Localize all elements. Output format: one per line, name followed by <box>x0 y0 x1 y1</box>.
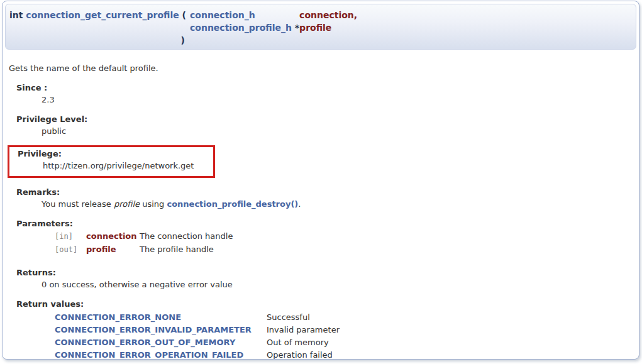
param-name: connection, <box>299 9 357 21</box>
doc-frame: int connection_get_current_profile ( con… <box>2 1 639 360</box>
signature-table: int connection_get_current_profile ( con… <box>9 9 357 47</box>
error-description: Out of memory <box>267 338 360 351</box>
return-values-table: CONNECTION_ERROR_NONE Successful CONNECT… <box>55 313 360 360</box>
table-row: CONNECTION_ERROR_INVALID_PARAMETER Inval… <box>55 326 360 338</box>
table-row: [in] connection The connection handle <box>55 232 233 245</box>
return-values-label: Return values: <box>16 299 633 309</box>
open-paren: ( <box>182 10 186 20</box>
table-row: CONNECTION_ERROR_NONE Successful <box>55 313 360 326</box>
function-name-link[interactable]: connection_get_current_profile <box>26 10 179 20</box>
privilege-label: Privilege: <box>18 149 213 159</box>
param-direction: [in] <box>55 232 86 245</box>
returns-value: 0 on success, otherwise a negative error… <box>42 280 633 290</box>
param-direction: [out] <box>55 245 86 258</box>
function-signature-box: int connection_get_current_profile ( con… <box>5 4 636 50</box>
remarks-emphasis: profile <box>114 199 140 209</box>
param-type-suffix: * <box>292 23 299 33</box>
privilege-level-value: public <box>42 126 633 136</box>
error-description: Successful <box>267 313 360 326</box>
remarks-text: You must release profile using connectio… <box>42 199 633 209</box>
error-description: Operation failed <box>267 351 360 360</box>
destroy-function-link[interactable]: connection_profile_destroy() <box>167 199 298 209</box>
section-return-values: Return values: CONNECTION_ERROR_NONE Suc… <box>16 299 633 360</box>
section-returns: Returns: 0 on success, otherwise a negat… <box>16 268 633 290</box>
param-type-link[interactable]: connection_h <box>190 10 255 20</box>
param-name: profile <box>86 245 140 258</box>
error-code-link[interactable]: CONNECTION_ERROR_OPERATION_FAILED <box>55 350 243 360</box>
param-name: profile <box>299 21 357 34</box>
close-paren: ) <box>9 34 190 47</box>
section-privilege-level: Privilege Level: public <box>16 114 633 136</box>
return-type: int <box>9 10 23 20</box>
section-since: Since : 2.3 <box>16 83 633 105</box>
param-type-link[interactable]: connection_profile_h <box>190 23 292 33</box>
privilege-highlight-box: Privilege: http://tizen.org/privilege/ne… <box>8 145 215 178</box>
section-remarks: Remarks: You must release profile using … <box>16 187 633 209</box>
error-description: Invalid parameter <box>267 326 360 338</box>
privilege-value: http://tizen.org/privilege/network.get <box>43 161 213 171</box>
function-documentation: Gets the name of the default profile. Si… <box>3 52 639 360</box>
error-code-link[interactable]: CONNECTION_ERROR_INVALID_PARAMETER <box>55 325 252 334</box>
param-description: The connection handle <box>140 232 233 245</box>
function-description: Gets the name of the default profile. <box>9 63 633 74</box>
parameters-table: [in] connection The connection handle [o… <box>55 232 233 258</box>
returns-label: Returns: <box>16 268 633 278</box>
table-row: CONNECTION_ERROR_OPERATION_FAILED Operat… <box>55 351 360 360</box>
error-code-link[interactable]: CONNECTION_ERROR_OUT_OF_MEMORY <box>55 338 235 347</box>
privilege-level-label: Privilege Level: <box>16 114 633 124</box>
since-value: 2.3 <box>42 95 633 105</box>
table-row: [out] profile The profile handle <box>55 245 233 258</box>
remarks-label: Remarks: <box>16 187 633 197</box>
param-description: The profile handle <box>140 245 233 258</box>
error-code-link[interactable]: CONNECTION_ERROR_NONE <box>55 312 181 322</box>
param-name: connection <box>86 232 140 245</box>
section-parameters: Parameters: [in] connection The connecti… <box>16 219 633 258</box>
table-row: CONNECTION_ERROR_OUT_OF_MEMORY Out of me… <box>55 338 360 351</box>
parameters-label: Parameters: <box>16 219 633 229</box>
since-label: Since : <box>16 83 633 93</box>
